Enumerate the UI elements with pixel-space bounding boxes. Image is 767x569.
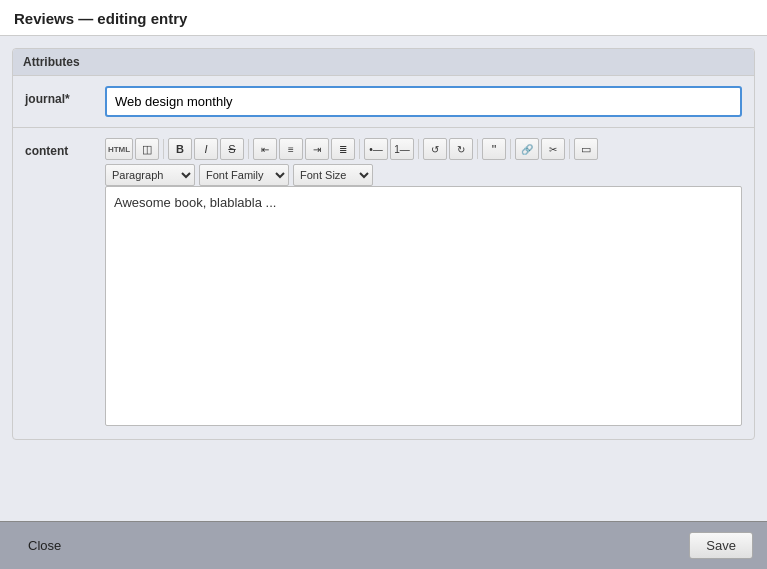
unordered-list-button[interactable]: •— — [364, 138, 388, 160]
unlink-button[interactable]: ✂ — [541, 138, 565, 160]
journal-field-row: journal* — [13, 76, 754, 128]
toolbar-row1: HTML ◫ B I S ⇤ ≡ ⇥ ≣ •— 1— ↺ — [105, 138, 742, 160]
align-justify-button[interactable]: ≣ — [331, 138, 355, 160]
source-button[interactable]: HTML — [105, 138, 133, 160]
blockquote-button[interactable]: " — [482, 138, 506, 160]
main-content: Attributes journal* content HTML ◫ B I S — [0, 36, 767, 521]
toolbar-separator-7 — [569, 139, 570, 159]
indent-button[interactable]: ↻ — [449, 138, 473, 160]
paragraph-select[interactable]: Paragraph Heading 1 Heading 2 Heading 3 … — [105, 164, 195, 186]
toolbar-separator-1 — [163, 139, 164, 159]
toolbar-separator-2 — [248, 139, 249, 159]
toolbar-separator-6 — [510, 139, 511, 159]
content-editor: HTML ◫ B I S ⇤ ≡ ⇥ ≣ •— 1— ↺ — [105, 138, 742, 429]
ordered-list-button[interactable]: 1— — [390, 138, 414, 160]
image-button[interactable]: ▭ — [574, 138, 598, 160]
italic-button[interactable]: I — [194, 138, 218, 160]
attributes-section: Attributes journal* content HTML ◫ B I S — [12, 48, 755, 440]
toolbar-row2: Paragraph Heading 1 Heading 2 Heading 3 … — [105, 164, 742, 186]
bold-button[interactable]: B — [168, 138, 192, 160]
align-left-button[interactable]: ⇤ — [253, 138, 277, 160]
outdent-button[interactable]: ↺ — [423, 138, 447, 160]
toolbar-separator-5 — [477, 139, 478, 159]
attributes-header: Attributes — [13, 49, 754, 76]
toolbar-separator-4 — [418, 139, 419, 159]
strikethrough-button[interactable]: S — [220, 138, 244, 160]
link-button[interactable]: 🔗 — [515, 138, 539, 160]
title-bar: Reviews — editing entry — [0, 0, 767, 36]
font-size-select[interactable]: Font Size 8 10 12 14 16 18 24 36 — [293, 164, 373, 186]
footer: Close Save — [0, 521, 767, 569]
font-family-select[interactable]: Font Family Arial Times New Roman Courie… — [199, 164, 289, 186]
journal-input[interactable] — [105, 86, 742, 117]
align-right-button[interactable]: ⇥ — [305, 138, 329, 160]
editor-textarea[interactable]: Awesome book, blablabla ... — [105, 186, 742, 426]
journal-label: journal* — [25, 86, 105, 106]
page-title: Reviews — editing entry — [14, 10, 753, 27]
content-field-row: content HTML ◫ B I S ⇤ ≡ ⇥ ≣ •— — [13, 128, 754, 439]
save-button[interactable]: Save — [689, 532, 753, 559]
content-label: content — [25, 138, 105, 158]
align-center-button[interactable]: ≡ — [279, 138, 303, 160]
visual-button[interactable]: ◫ — [135, 138, 159, 160]
toolbar-separator-3 — [359, 139, 360, 159]
close-button[interactable]: Close — [14, 533, 75, 558]
